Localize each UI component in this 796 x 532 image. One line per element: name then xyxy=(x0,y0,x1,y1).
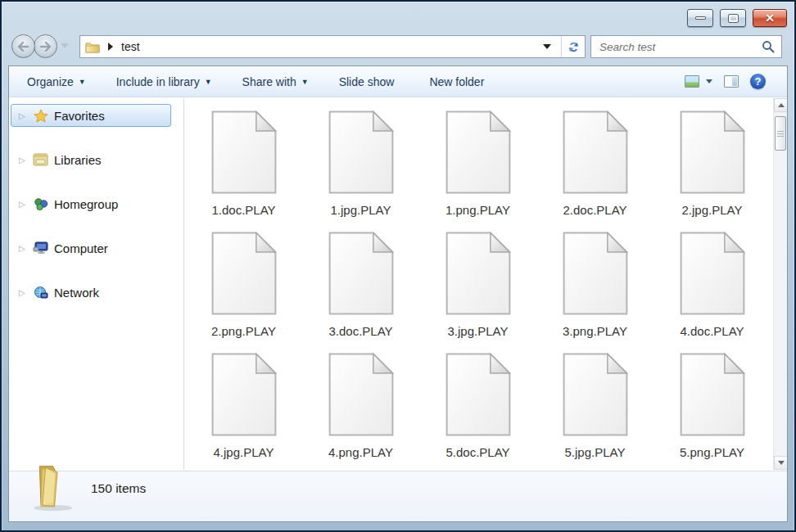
scroll-down-icon xyxy=(778,461,785,465)
toolbar-item-label: Share with xyxy=(242,75,296,88)
file-item[interactable]: 5.doc.PLAY xyxy=(419,352,536,470)
help-button[interactable]: ? xyxy=(750,74,766,89)
navigation-pane: ▷ Favorites ▷ Libraries xyxy=(9,98,184,470)
file-name: 4.jpg.PLAY xyxy=(214,445,274,459)
minimize-icon xyxy=(695,16,706,20)
document-icon xyxy=(679,231,746,316)
document-icon xyxy=(210,231,278,316)
toolbar-item[interactable]: Organize ▼ xyxy=(27,75,86,88)
expand-arrow-icon[interactable]: ▷ xyxy=(19,200,27,209)
close-button[interactable]: ✕ xyxy=(753,9,787,27)
forward-button[interactable] xyxy=(34,34,57,58)
sidebar-item-libraries[interactable]: ▷ Libraries xyxy=(11,148,171,171)
file-name: 3.jpg.PLAY xyxy=(448,324,509,338)
search-icon[interactable] xyxy=(762,40,775,53)
document-icon xyxy=(445,352,512,437)
expand-arrow-icon[interactable]: ▷ xyxy=(19,111,27,120)
vertical-scrollbar[interactable] xyxy=(773,98,787,470)
folder-large-icon xyxy=(23,463,77,512)
homegroup-icon xyxy=(33,196,48,211)
file-name: 2.doc.PLAY xyxy=(563,203,626,217)
toolbar-item-label: Slide show xyxy=(339,75,395,88)
document-icon xyxy=(562,352,629,437)
file-item[interactable]: 4.doc.PLAY xyxy=(654,231,771,352)
file-item[interactable]: 2.jpg.PLAY xyxy=(654,110,771,231)
maximize-icon xyxy=(729,15,738,22)
toolbar-item[interactable]: Include in library ▼ xyxy=(116,75,212,88)
chevron-down-icon: ▼ xyxy=(301,78,309,86)
file-item[interactable]: 4.png.PLAY xyxy=(302,352,419,470)
back-arrow-icon xyxy=(17,42,29,52)
scroll-up-button[interactable] xyxy=(774,98,787,112)
toolbar-right: ? xyxy=(685,74,766,89)
toolbar-item-label: New folder xyxy=(429,75,484,88)
minimize-button[interactable] xyxy=(687,9,713,27)
file-item[interactable]: 4.jpg.PLAY xyxy=(185,352,302,470)
scroll-down-button[interactable] xyxy=(774,456,787,470)
command-toolbar: Organize ▼ Include in library ▼ Share wi… xyxy=(9,66,787,97)
sidebar-item-favorites[interactable]: ▷ Favorites xyxy=(11,104,171,127)
recent-pages-dropdown[interactable] xyxy=(61,43,69,48)
sidebar-item-label: Network xyxy=(54,286,99,300)
network-icon xyxy=(33,285,48,300)
change-view-button[interactable] xyxy=(685,75,712,88)
file-item[interactable]: 3.png.PLAY xyxy=(536,231,654,352)
file-item[interactable]: 1.jpg.PLAY xyxy=(302,110,419,231)
address-history-dropdown[interactable] xyxy=(543,44,551,49)
sidebar-item-homegroup[interactable]: ▷ Homegroup xyxy=(11,192,171,215)
document-icon xyxy=(445,110,512,195)
file-item[interactable]: 1.doc.PLAY xyxy=(185,110,302,231)
refresh-button[interactable] xyxy=(562,36,585,57)
status-bar: 150 items xyxy=(9,471,787,521)
content-panel: Organize ▼ Include in library ▼ Share wi… xyxy=(8,65,788,522)
file-item[interactable]: 3.jpg.PLAY xyxy=(419,231,536,352)
explorer-window: ✕ test xyxy=(0,0,796,532)
file-name: 5.jpg.PLAY xyxy=(565,445,626,459)
document-icon xyxy=(210,110,278,195)
main-area: ▷ Favorites ▷ Libraries xyxy=(9,98,787,470)
views-dropdown-icon xyxy=(706,79,712,83)
views-icon xyxy=(685,75,699,88)
chevron-down-icon: ▼ xyxy=(79,78,86,86)
document-icon xyxy=(679,352,746,437)
expand-arrow-icon[interactable]: ▷ xyxy=(19,156,27,165)
breadcrumb[interactable]: test xyxy=(80,36,543,57)
toolbar-item-label: Organize xyxy=(27,75,74,88)
file-name: 1.jpg.PLAY xyxy=(331,203,391,217)
address-bar: test xyxy=(79,35,586,58)
toolbar-item[interactable]: New folder xyxy=(429,75,489,88)
file-item[interactable]: 2.png.PLAY xyxy=(185,231,302,352)
file-list: 1.doc.PLAY 1.jpg.PLAY xyxy=(185,98,773,470)
file-item[interactable]: 1.png.PLAY xyxy=(419,110,536,231)
file-name: 1.png.PLAY xyxy=(445,203,510,217)
back-button[interactable] xyxy=(11,34,35,58)
file-name: 3.png.PLAY xyxy=(563,324,627,338)
file-name: 4.png.PLAY xyxy=(328,445,393,459)
sidebar-item-label: Libraries xyxy=(54,153,102,167)
toolbar-item[interactable]: Share with ▼ xyxy=(242,75,309,88)
sidebar-item-label: Homegroup xyxy=(54,197,118,211)
window-controls: ✕ xyxy=(687,9,787,27)
file-name: 4.doc.PLAY xyxy=(680,324,744,338)
breadcrumb-arrow-icon xyxy=(108,43,113,51)
scrollbar-thumb[interactable] xyxy=(775,116,786,151)
breadcrumb-folder[interactable]: test xyxy=(121,40,140,53)
file-name: 5.doc.PLAY xyxy=(445,445,509,459)
sidebar-item-computer[interactable]: ▷ Computer xyxy=(11,237,171,259)
sidebar-item-label: Favorites xyxy=(54,109,105,123)
search-box xyxy=(590,35,782,58)
file-item[interactable]: 2.doc.PLAY xyxy=(536,110,654,231)
sidebar-item-label: Computer xyxy=(54,241,108,255)
maximize-button[interactable] xyxy=(720,9,746,27)
file-item[interactable]: 5.png.PLAY xyxy=(654,352,771,470)
document-icon xyxy=(328,110,395,195)
file-item[interactable]: 5.jpg.PLAY xyxy=(536,352,654,470)
file-item[interactable]: 3.doc.PLAY xyxy=(302,231,419,352)
toolbar-item[interactable]: Slide show xyxy=(339,75,400,88)
preview-pane-button[interactable] xyxy=(724,75,739,88)
expand-arrow-icon[interactable]: ▷ xyxy=(19,244,27,253)
expand-arrow-icon[interactable]: ▷ xyxy=(19,288,27,297)
sidebar-item-network[interactable]: ▷ Network xyxy=(11,281,171,304)
search-input[interactable] xyxy=(599,41,762,53)
document-icon xyxy=(562,110,629,195)
